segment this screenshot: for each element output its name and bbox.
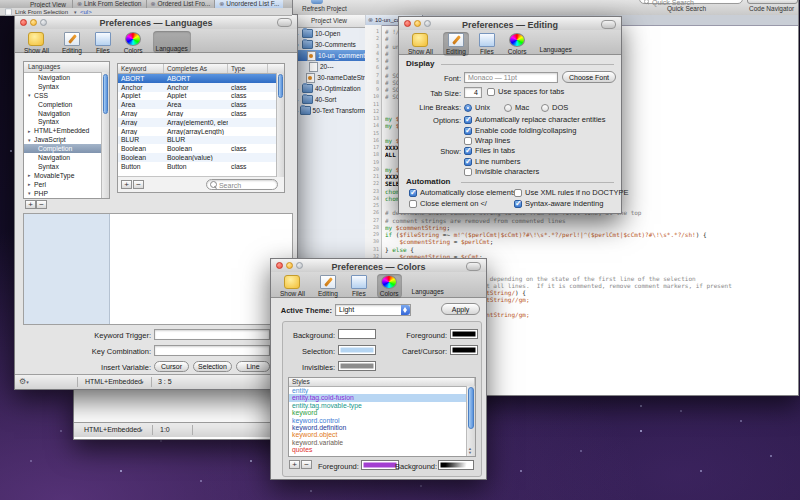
remove-keyword-button[interactable]: −	[133, 180, 144, 189]
tree-item-syntax[interactable]: Syntax	[24, 82, 109, 91]
style-item-keyword-control[interactable]: keyword.control	[289, 417, 475, 424]
tree-item-css[interactable]: ▾CSS	[24, 91, 109, 100]
document-tab[interactable]: ⊗Link From Selection	[72, 0, 145, 8]
style-item-entity-tag-cold-fusion[interactable]: entity.tag.cold-fusion	[289, 394, 475, 401]
keyword-row[interactable]: BooleanBooleanclass	[118, 144, 284, 153]
project-item-10-un_comment[interactable]: 10-un_comment	[293, 50, 365, 61]
tree-scrollbar[interactable]	[101, 72, 109, 198]
toolbar-item-languages[interactable]: Languages	[537, 32, 575, 54]
add-language-button[interactable]: +	[25, 200, 36, 209]
key-combination-input[interactable]	[154, 345, 270, 356]
toolbar-item-editing[interactable]: Editing	[315, 274, 341, 298]
use-spaces-checkbox[interactable]	[487, 88, 495, 96]
style-background-swatch[interactable]	[438, 460, 474, 470]
add-style-button[interactable]: +	[289, 460, 300, 469]
tree-item-completion[interactable]: Completion	[24, 100, 109, 109]
keyword-trigger-input[interactable]	[154, 329, 270, 340]
toolbar-toggle-lozenge[interactable]	[277, 18, 292, 27]
style-item-keyword[interactable]: keyword	[289, 409, 475, 416]
project-item-40-sort[interactable]: ▸40-Sort	[293, 94, 365, 105]
line-breaks-mac-radio[interactable]	[504, 104, 512, 112]
toolbar-item-files[interactable]: Files	[476, 32, 498, 56]
show-0-checkbox[interactable]	[464, 147, 472, 155]
keyword-row[interactable]: ABORTABORT	[118, 74, 284, 83]
scroll-arrows-icon[interactable]: ▲▼	[468, 447, 472, 455]
project-item-40-optimization[interactable]: ▸40-Optimization	[293, 83, 365, 94]
tree-item-movabletype[interactable]: ▸MovableType	[24, 171, 109, 180]
toolbar-item-colors[interactable]: Colors	[121, 31, 146, 55]
language-popup[interactable]: HTML+Embedded	[85, 378, 142, 385]
style-item-entity[interactable]: entity	[289, 387, 475, 394]
line-breaks-dos-radio[interactable]	[541, 104, 549, 112]
automation-close-element-on--checkbox[interactable]	[409, 200, 417, 208]
keyword-row[interactable]: AppletAppletclass	[118, 92, 284, 101]
language-popup[interactable]: HTML+Embedded	[84, 426, 141, 433]
keyword-row[interactable]: ArrayArray(arrayLength)	[118, 127, 284, 136]
gear-icon[interactable]: ⚙▾	[19, 377, 32, 386]
browser-item-label[interactable]: Link From Selection	[15, 9, 68, 15]
close-tab-icon[interactable]: ⊗	[368, 17, 373, 23]
style-item-keyword-object[interactable]: keyword.object	[289, 431, 475, 438]
project-item-20---[interactable]: 20---	[293, 61, 365, 72]
choose-font-button[interactable]: Choose Font	[562, 71, 616, 83]
tree-item-javascript[interactable]: ▾JavaScript	[24, 135, 109, 144]
quick-search-input[interactable]: Quick Search	[639, 0, 743, 4]
toolbar-item-files[interactable]: Files	[348, 274, 370, 298]
toolbar-toggle-lozenge[interactable]	[466, 262, 481, 271]
completion-editor-panel[interactable]	[23, 213, 293, 325]
add-keyword-button[interactable]: +	[121, 180, 132, 189]
style-item-quotes[interactable]: quotes	[289, 446, 475, 453]
titlebar[interactable]: Preferences — Editing	[399, 17, 621, 31]
toolbar-item-languages[interactable]: Languages	[153, 31, 191, 53]
color-well-selection[interactable]	[338, 345, 376, 355]
toolbar-item-languages[interactable]: Languages	[409, 274, 447, 296]
refresh-project-icon[interactable]	[311, 0, 323, 4]
keyword-row[interactable]: BLURBLUR	[118, 136, 284, 145]
styles-scrollbar[interactable]: ▲▼	[466, 386, 475, 456]
keyword-row[interactable]: AnchorAnchorclass	[118, 83, 284, 92]
project-item-30-comments[interactable]: ▾30-Comments	[293, 39, 365, 50]
project-item-10-open[interactable]: ▸10-Open	[293, 28, 365, 39]
tree-item-html+embedded[interactable]: ▸HTML+Embedded	[24, 126, 109, 135]
active-theme-dropdown[interactable]: Light	[335, 304, 411, 316]
automation-automatically-close-elements-checkbox[interactable]	[409, 189, 417, 197]
apply-button[interactable]: Apply	[441, 303, 480, 315]
tree-item-navigation[interactable]: Navigation	[24, 153, 109, 162]
document-tab[interactable]: ⊗Unordered List F...	[214, 0, 283, 8]
tree-item-syntax[interactable]: Syntax	[24, 162, 109, 171]
table-scrollbar[interactable]	[276, 73, 284, 177]
keyword-row[interactable]: ButtonButtonclass	[118, 162, 284, 171]
tree-item-navigation[interactable]: Navigation	[24, 73, 109, 82]
color-well-background[interactable]	[338, 329, 376, 339]
titlebar[interactable]: Preferences — Languages	[15, 15, 297, 30]
color-well-caretcursor[interactable]	[450, 345, 478, 355]
tree-item-perl[interactable]: ▸Perl	[24, 180, 109, 189]
toolbar-item-show-all[interactable]: Show All	[405, 32, 436, 56]
color-well-foreground[interactable]	[450, 329, 478, 339]
automation-use-xml-rules-if-no-doctype-checkbox[interactable]	[514, 189, 522, 197]
style-item-entity-tag-movable-type[interactable]: entity.tag.movable-type	[289, 402, 475, 409]
remove-language-button[interactable]: −	[36, 200, 47, 209]
document-tab[interactable]: ⊗Ordered List Fro...	[146, 0, 215, 8]
remove-style-button[interactable]: −	[301, 460, 312, 469]
keyword-row[interactable]: ArrayArrayclass	[118, 109, 284, 118]
keyword-search-input[interactable]: Search	[206, 179, 278, 190]
toolbar-item-show-all[interactable]: Show All	[277, 274, 308, 298]
show-1-checkbox[interactable]	[464, 158, 472, 166]
tree-item-syntax[interactable]: Syntax	[24, 117, 109, 126]
keyword-row[interactable]: BooleanBoolean(value)	[118, 153, 284, 162]
toolbar-item-editing[interactable]: Editing	[443, 32, 469, 56]
insert-line-button[interactable]: Line	[236, 361, 270, 372]
style-item-keyword-variable[interactable]: keyword.variable	[289, 439, 475, 446]
tab-size-input[interactable]: 4	[464, 87, 482, 98]
option-1-checkbox[interactable]	[464, 127, 472, 135]
insert-selection-button[interactable]: Selection	[193, 361, 232, 372]
show-2-checkbox[interactable]	[464, 168, 472, 176]
keyword-row[interactable]: ArrayArray(element0, eleme...	[118, 118, 284, 127]
toolbar-toggle-lozenge[interactable]	[601, 20, 616, 29]
color-well-invisibles[interactable]	[338, 361, 376, 371]
toolbar-item-show-all[interactable]: Show All	[21, 31, 52, 55]
insert-cursor-button[interactable]: Cursor	[154, 361, 189, 372]
style-foreground-swatch[interactable]	[361, 460, 399, 470]
automation-syntax-aware-indenting-checkbox[interactable]	[514, 200, 522, 208]
